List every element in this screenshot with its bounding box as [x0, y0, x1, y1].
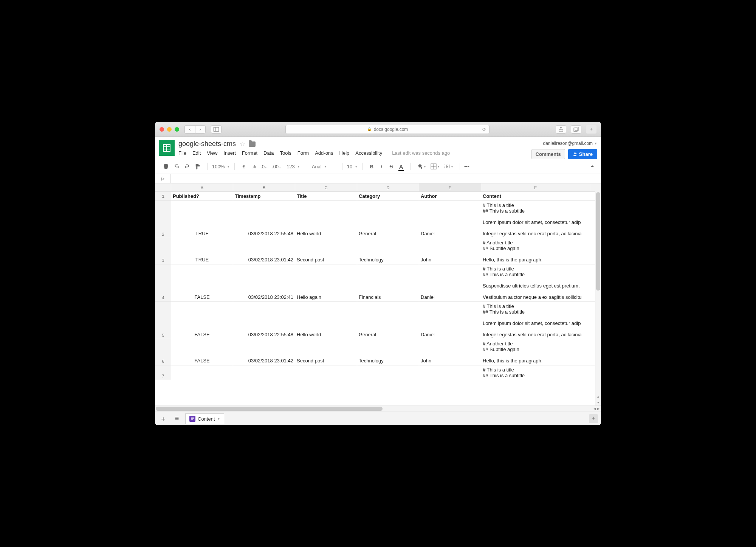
cell[interactable]: FALSE: [171, 339, 233, 365]
more-toolbar-button[interactable]: •••: [462, 162, 471, 171]
cell[interactable]: Second post: [295, 339, 357, 365]
menu-insert[interactable]: Insert: [223, 150, 236, 156]
decrease-decimal-button[interactable]: .0←: [259, 162, 270, 171]
row-header[interactable]: 2: [155, 201, 171, 238]
col-header-e[interactable]: E: [419, 183, 481, 192]
close-window-button[interactable]: [160, 127, 164, 132]
cell[interactable]: General: [357, 201, 419, 238]
italic-button[interactable]: I: [377, 162, 386, 171]
text-color-button[interactable]: A: [397, 162, 406, 171]
maximize-window-button[interactable]: [175, 127, 179, 132]
minimize-window-button[interactable]: [167, 127, 172, 132]
cell[interactable]: Technology: [357, 238, 419, 264]
document-title[interactable]: google-sheets-cms: [178, 140, 236, 148]
col-header-b[interactable]: B: [233, 183, 295, 192]
cell[interactable]: 03/02/2018 23:01:42: [233, 339, 295, 365]
account-email[interactable]: danielireson@gmail.com ▼: [543, 141, 598, 146]
cell[interactable]: [295, 365, 357, 380]
cell[interactable]: Content: [481, 192, 590, 201]
cell[interactable]: 03/02/2018 22:55:48: [233, 302, 295, 339]
col-header-a[interactable]: A: [171, 183, 233, 192]
cell[interactable]: Daniel: [419, 201, 481, 238]
h-scrollbar-thumb[interactable]: [156, 407, 383, 411]
cell[interactable]: General: [357, 302, 419, 339]
cell[interactable]: # This is a title ## This is a subtitle …: [481, 302, 590, 339]
share-safari-button[interactable]: [556, 125, 566, 134]
scroll-down-icon[interactable]: ▼: [595, 399, 601, 406]
menu-format[interactable]: Format: [242, 150, 257, 156]
cell[interactable]: [171, 365, 233, 380]
format-percent-button[interactable]: %: [249, 162, 258, 171]
explore-button[interactable]: [589, 414, 598, 423]
cell[interactable]: Daniel: [419, 264, 481, 302]
star-icon[interactable]: ☆: [240, 140, 245, 148]
col-header-f[interactable]: F: [481, 183, 590, 192]
bold-button[interactable]: B: [367, 162, 376, 171]
cell[interactable]: Published?: [171, 192, 233, 201]
cell[interactable]: # Another title ## Subtitle again Hello,…: [481, 238, 590, 264]
format-currency-button[interactable]: £: [239, 162, 248, 171]
redo-button[interactable]: [182, 162, 192, 171]
cell[interactable]: Technology: [357, 339, 419, 365]
folder-icon[interactable]: [249, 141, 256, 147]
strikethrough-button[interactable]: S: [387, 162, 396, 171]
cell[interactable]: [357, 365, 419, 380]
row-header[interactable]: 3: [155, 238, 171, 264]
horizontal-scrollbar[interactable]: ◀▶: [155, 406, 601, 412]
cell[interactable]: Hello world: [295, 201, 357, 238]
increase-decimal-button[interactable]: .00→: [270, 162, 284, 171]
cell[interactable]: 03/02/2018 22:55:48: [233, 201, 295, 238]
row-header[interactable]: 7: [155, 365, 171, 380]
cell[interactable]: Category: [357, 192, 419, 201]
cell[interactable]: John: [419, 339, 481, 365]
menu-tools[interactable]: Tools: [280, 150, 291, 156]
cell[interactable]: Hello again: [295, 264, 357, 302]
new-tab-button[interactable]: ＋: [586, 125, 596, 134]
scroll-left-icon[interactable]: ◀: [593, 407, 596, 410]
merge-cells-button[interactable]: ▼: [442, 162, 455, 171]
cell[interactable]: Hello world: [295, 302, 357, 339]
cell[interactable]: Second post: [295, 238, 357, 264]
cell[interactable]: TRUE: [171, 238, 233, 264]
row-header[interactable]: 1: [155, 192, 171, 201]
cell[interactable]: # This is a title ## This is a subtitle …: [481, 201, 590, 238]
scroll-up-icon[interactable]: ▲: [595, 393, 601, 399]
font-size-select[interactable]: 10▼: [345, 164, 360, 169]
zoom-select[interactable]: 100%▼: [210, 164, 232, 169]
tabs-button[interactable]: [571, 125, 581, 134]
menu-data[interactable]: Data: [263, 150, 274, 156]
font-family-select[interactable]: Arial▼: [310, 164, 340, 169]
cell[interactable]: [233, 365, 295, 380]
formula-input[interactable]: [171, 176, 601, 181]
cell[interactable]: [419, 365, 481, 380]
cell[interactable]: Daniel: [419, 302, 481, 339]
cell[interactable]: # This is a title ## This is a subtitle: [481, 365, 590, 380]
scrollbar-thumb[interactable]: [596, 192, 600, 291]
col-header-d[interactable]: D: [357, 183, 419, 192]
vertical-scrollbar[interactable]: ▲ ▼: [595, 191, 601, 406]
number-format-select[interactable]: 123▼: [284, 164, 302, 169]
cell[interactable]: Title: [295, 192, 357, 201]
collapse-toolbar-button[interactable]: [587, 162, 597, 171]
cell[interactable]: # This is a title ## This is a subtitle …: [481, 264, 590, 302]
sheets-logo-icon[interactable]: [159, 140, 175, 156]
cell[interactable]: 03/02/2018 23:02:41: [233, 264, 295, 302]
menu-accessibility[interactable]: Accessibility: [355, 150, 382, 156]
menu-form[interactable]: Form: [297, 150, 309, 156]
row-header[interactable]: 4: [155, 264, 171, 302]
all-sheets-button[interactable]: ≡: [172, 413, 182, 424]
col-header-c[interactable]: C: [295, 183, 357, 192]
menu-view[interactable]: View: [207, 150, 217, 156]
fill-color-button[interactable]: ▼: [415, 162, 428, 171]
menu-file[interactable]: File: [178, 150, 186, 156]
menu-addons[interactable]: Add-ons: [315, 150, 333, 156]
cell[interactable]: Author: [419, 192, 481, 201]
cell[interactable]: Timestamp: [233, 192, 295, 201]
cell[interactable]: 03/02/2018 23:01:42: [233, 238, 295, 264]
comments-button[interactable]: Comments: [531, 149, 565, 159]
row-header[interactable]: 5: [155, 302, 171, 339]
paint-format-button[interactable]: [193, 162, 203, 171]
sheet-tab-content[interactable]: Content ▼: [185, 413, 224, 424]
sidebar-toggle-button[interactable]: [211, 125, 222, 134]
share-button[interactable]: Share: [568, 149, 597, 159]
